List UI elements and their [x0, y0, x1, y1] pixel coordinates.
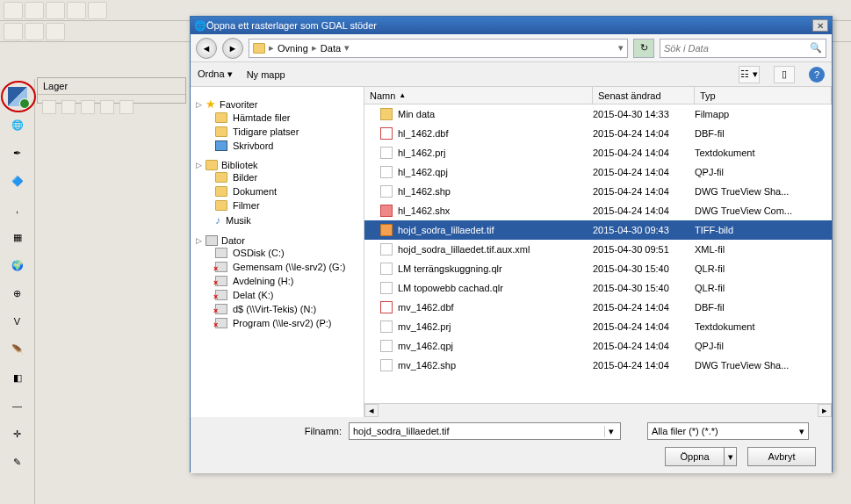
file-row[interactable]: hojd_sodra_lillaedet.tif2015-04-30 09:43… — [364, 220, 832, 240]
left-tool[interactable]: 🔷 — [5, 169, 30, 193]
h-scrollbar[interactable]: ◂ ▸ — [364, 403, 832, 417]
left-tool[interactable]: 🌐 — [5, 112, 30, 137]
file-row[interactable]: LM terrängskuggning.qlr2015-04-30 15:40Q… — [364, 259, 832, 278]
left-tool[interactable]: — — [5, 393, 30, 418]
scroll-right-icon[interactable]: ▸ — [818, 404, 832, 417]
file-row[interactable]: hl_1462.shp2015-04-24 14:04DWG TrueView … — [364, 182, 832, 201]
computer-header[interactable]: Dator — [191, 235, 364, 246]
nav-drive-c[interactable]: OSDisk (C:) — [191, 246, 364, 260]
file-row[interactable]: mv_1462.prj2015-04-24 14:04Textdokument — [364, 317, 832, 336]
close-button[interactable]: ✕ — [812, 19, 828, 32]
file-row[interactable]: mv_1462.dbf2015-04-24 14:04DBF-fil — [364, 298, 832, 317]
organize-menu[interactable]: Ordna ▾ — [198, 68, 233, 80]
nav-drive-h[interactable]: Avdelning (H:) — [191, 274, 364, 288]
file-type: DWG TrueView Sha... — [695, 360, 832, 371]
new-folder-button[interactable]: Ny mapp — [247, 69, 285, 80]
search-input[interactable] — [664, 43, 810, 54]
nav-item-desktop[interactable]: Skrivbord — [191, 139, 364, 153]
file-row[interactable]: hl_1462.qpj2015-04-24 14:04QPJ-fil — [364, 162, 832, 182]
nav-drive-k[interactable]: Delat (K:) — [191, 288, 364, 302]
file-row[interactable]: Min data2015-04-30 14:33Filmapp — [364, 104, 832, 124]
filename-input[interactable]: hojd_sodra_lillaedet.tif ▾ — [349, 422, 621, 440]
layer-tool-icon[interactable] — [61, 100, 76, 114]
layer-tool-icon[interactable] — [81, 100, 95, 114]
layer-tool-icon[interactable] — [42, 100, 56, 114]
left-tool[interactable]: 🪶 — [5, 337, 30, 362]
dialog-bottom: Filnamn: hojd_sodra_lillaedet.tif ▾ Alla… — [191, 417, 832, 473]
nav-item-downloads[interactable]: Hämtade filer — [191, 111, 364, 125]
file-row[interactable]: hl_1462.shx2015-04-24 14:04DWG TrueView … — [364, 201, 832, 220]
file-row[interactable]: hl_1462.prj2015-04-24 14:04Textdokument — [364, 143, 832, 162]
add-raster-layer-button[interactable] — [5, 84, 30, 109]
file-row[interactable]: LM topowebb cachad.qlr2015-04-30 15:40QL… — [364, 278, 832, 298]
left-tool[interactable]: ◧ — [5, 365, 30, 390]
left-tool[interactable]: ✒ — [5, 140, 30, 165]
nav-item-movies[interactable]: Filmer — [191, 198, 364, 212]
left-tool[interactable]: ✎ — [5, 450, 30, 474]
left-tool[interactable]: , — [5, 197, 30, 221]
nav-item-documents[interactable]: Dokument — [191, 184, 364, 198]
col-name[interactable]: Namn ▲ — [364, 87, 593, 104]
nav-back-button[interactable]: ◄ — [196, 38, 217, 59]
nav-drive-g[interactable]: Gemensam (\\le-srv2) (G:) — [191, 260, 364, 274]
folder-icon — [215, 172, 227, 183]
music-icon: ♪ — [215, 214, 220, 227]
open-button-dropdown[interactable]: ▾ — [725, 447, 737, 466]
nav-drive-p[interactable]: Program (\\le-srv2) (P:) — [191, 316, 364, 330]
left-tool[interactable]: ▦ — [5, 225, 30, 249]
cancel-button[interactable]: Avbryt — [747, 447, 816, 466]
left-tool[interactable]: ⊕ — [5, 281, 30, 306]
toolbar-btn[interactable] — [46, 2, 65, 19]
file-icon — [380, 282, 393, 294]
search-box[interactable]: 🔍 — [660, 39, 826, 58]
file-row[interactable]: hl_1462.dbf2015-04-24 14:04DBF-fil — [364, 124, 832, 143]
col-date[interactable]: Senast ändrad — [593, 87, 695, 104]
file-type: QLR-fil — [695, 283, 832, 293]
filename-dropdown-icon[interactable]: ▾ — [604, 426, 617, 437]
layer-tool-icon[interactable] — [100, 100, 114, 114]
filter-dropdown-icon[interactable]: ▾ — [799, 426, 804, 437]
file-row[interactable]: mv_1462.shp2015-04-24 14:04DWG TrueView … — [364, 356, 832, 375]
left-tool[interactable]: V — [5, 309, 30, 334]
left-tool[interactable]: 🌍 — [5, 253, 30, 277]
folder-icon — [215, 112, 227, 123]
col-type[interactable]: Typ — [695, 87, 832, 104]
toolbar-btn[interactable] — [25, 23, 44, 40]
favorites-header[interactable]: ★Favoriter — [191, 97, 364, 111]
nav-item-recent[interactable]: Tidigare platser — [191, 125, 364, 139]
nav-drive-n[interactable]: d$ (\\Virt-Tekis) (N:) — [191, 302, 364, 316]
toolbar-btn[interactable] — [25, 2, 44, 19]
layer-tool-icon[interactable] — [119, 100, 133, 114]
computer-icon — [206, 235, 218, 246]
libraries-header[interactable]: Bibliotek — [191, 160, 364, 170]
file-row[interactable]: hojd_sodra_lillaedet.tif.aux.xml2015-04-… — [364, 240, 832, 259]
nav-item-music[interactable]: ♪Musik — [191, 212, 364, 228]
nav-item-pictures[interactable]: Bilder — [191, 170, 364, 184]
toolbar-btn[interactable] — [4, 23, 23, 40]
toolbar-btn[interactable] — [46, 23, 65, 40]
left-tool[interactable]: ✛ — [5, 421, 30, 446]
toolbar-btn[interactable] — [88, 2, 107, 19]
preview-pane-button[interactable]: ▯ — [774, 66, 795, 83]
view-mode-button[interactable]: ☷ ▾ — [739, 66, 760, 83]
chevron-icon: ▾ — [344, 42, 350, 54]
file-row[interactable]: mv_1462.qpj2015-04-24 14:04QPJ-fil — [364, 336, 832, 356]
open-button[interactable]: Öppna — [665, 447, 725, 466]
nav-forward-button[interactable]: ► — [222, 38, 243, 59]
file-icon — [380, 108, 393, 120]
filetype-filter[interactable]: Alla filer (*) (*.*) ▾ — [647, 422, 809, 440]
breadcrumb-dropdown-icon[interactable]: ▾ — [618, 42, 624, 54]
breadcrumb[interactable]: ▸ Ovning ▸ Data ▾ ▾ — [249, 39, 628, 58]
breadcrumb-segment[interactable]: Data — [321, 43, 341, 54]
scroll-left-icon[interactable]: ◂ — [364, 404, 379, 417]
file-type: DBF-fil — [695, 302, 832, 313]
breadcrumb-segment[interactable]: Ovning — [278, 43, 308, 54]
toolbar-btn[interactable] — [4, 2, 23, 19]
refresh-button[interactable]: ↻ — [633, 39, 654, 58]
toolbar-btn[interactable] — [67, 2, 86, 19]
help-button[interactable]: ? — [809, 67, 825, 83]
network-drive-icon — [215, 304, 227, 314]
filename-label: Filnamn: — [201, 426, 342, 436]
file-date: 2015-04-30 14:33 — [593, 109, 695, 119]
network-drive-icon — [215, 318, 227, 328]
